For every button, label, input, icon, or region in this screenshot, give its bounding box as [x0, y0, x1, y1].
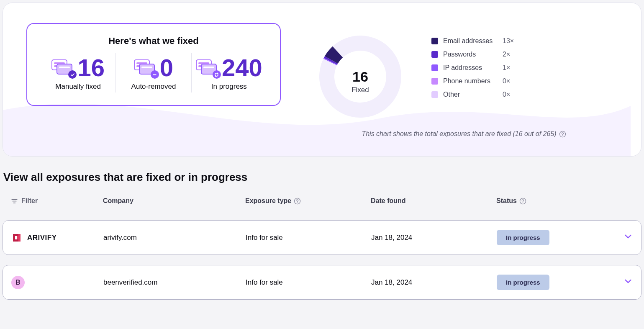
cards-sync-icon [196, 59, 218, 76]
stat-value: 240 [222, 56, 262, 80]
col-date-found: Date found [371, 197, 496, 205]
what-we-fixed-panel: Here's what we fixed 16 Manually fixed [26, 23, 281, 106]
legend-item: Phone numbers0× [431, 77, 514, 85]
exposures-table-header: Filter Company Exposure type Date found … [3, 193, 641, 210]
svg-point-5 [523, 202, 523, 203]
stat-value: 0 [160, 56, 173, 80]
row-company: beenverified.com [103, 278, 246, 287]
legend-count: 2× [503, 51, 510, 58]
chevron-down-icon [623, 277, 633, 286]
legend-count: 1× [503, 64, 510, 72]
info-icon[interactable] [559, 131, 566, 138]
row-company: arivify.com [103, 234, 246, 242]
stat-auto-removed: 0 Auto-removed [115, 53, 191, 93]
info-icon[interactable] [294, 198, 301, 205]
legend-label: Passwords [443, 51, 498, 58]
legend-label: Email addresses [443, 37, 498, 45]
chart-caption: This chart shows the total exposures tha… [310, 130, 618, 138]
stat-in-progress: 240 In progress [191, 53, 267, 93]
filter-button[interactable]: Filter [11, 197, 103, 205]
legend-item: Email addresses13× [431, 37, 514, 45]
what-we-fixed-title: Here's what we fixed [41, 36, 267, 46]
legend-count: 0× [503, 77, 510, 85]
stat-label: Auto-removed [131, 82, 176, 91]
legend-swatch [431, 38, 438, 44]
status-chip: In progress [497, 230, 549, 245]
legend-label: Other [443, 91, 498, 98]
row-status: In progress [497, 230, 608, 245]
row-date-found: Jan 18, 2024 [371, 234, 497, 242]
legend-item: Passwords2× [431, 51, 514, 58]
gauge-value: 16 [352, 69, 368, 85]
legend-swatch [431, 64, 438, 71]
row-logo: ARIVIFY [11, 232, 103, 243]
filter-icon [11, 198, 18, 205]
chevron-down-icon [623, 232, 633, 241]
legend-count: 13× [503, 37, 514, 45]
exposure-row[interactable]: ARIVIFYarivify.comInfo for saleJan 18, 2… [3, 220, 641, 255]
row-exposure-type: Info for sale [246, 234, 371, 242]
fixed-gauge: 16 Fixed [310, 26, 411, 127]
row-brand-text: ARIVIFY [27, 234, 57, 242]
legend-label: Phone numbers [443, 77, 498, 85]
legend-swatch [431, 51, 438, 58]
legend-item: IP addresses1× [431, 64, 514, 72]
legend-swatch [431, 91, 438, 98]
cards-check-icon [51, 59, 74, 76]
stat-value: 16 [77, 56, 105, 80]
legend-label: IP addresses [443, 64, 498, 72]
chart-legend: Email addresses13×Passwords2×IP addresse… [431, 26, 514, 98]
svg-point-3 [297, 202, 298, 203]
letter-avatar: B [11, 276, 25, 289]
info-icon[interactable] [519, 198, 526, 205]
row-logo: B [11, 276, 103, 289]
summary-card: Here's what we fixed 16 Manually fixed [3, 3, 641, 157]
row-exposure-type: Info for sale [246, 278, 371, 287]
col-status: Status [496, 197, 633, 205]
cards-minus-icon [134, 59, 157, 76]
row-status: In progress [497, 275, 608, 290]
stat-label: Manually fixed [55, 82, 101, 91]
exposure-row[interactable]: Bbeenverified.comInfo for saleJan 18, 20… [3, 265, 641, 300]
arivify-icon [11, 232, 22, 243]
status-chip: In progress [497, 275, 549, 290]
exposures-section-title: View all exposures that are fixed or in … [3, 171, 641, 184]
legend-item: Other0× [431, 91, 514, 98]
svg-point-1 [562, 135, 563, 136]
col-company: Company [103, 197, 245, 205]
expand-row-button[interactable] [623, 277, 633, 288]
legend-swatch [431, 78, 438, 85]
stat-manually-fixed: 16 Manually fixed [41, 53, 115, 93]
col-exposure-type: Exposure type [245, 197, 371, 205]
gauge-label: Fixed [352, 86, 369, 94]
filter-label: Filter [21, 197, 38, 205]
row-date-found: Jan 18, 2024 [371, 278, 497, 287]
expand-row-button[interactable] [623, 232, 633, 243]
stat-label: In progress [211, 82, 247, 91]
legend-count: 0× [503, 91, 510, 98]
